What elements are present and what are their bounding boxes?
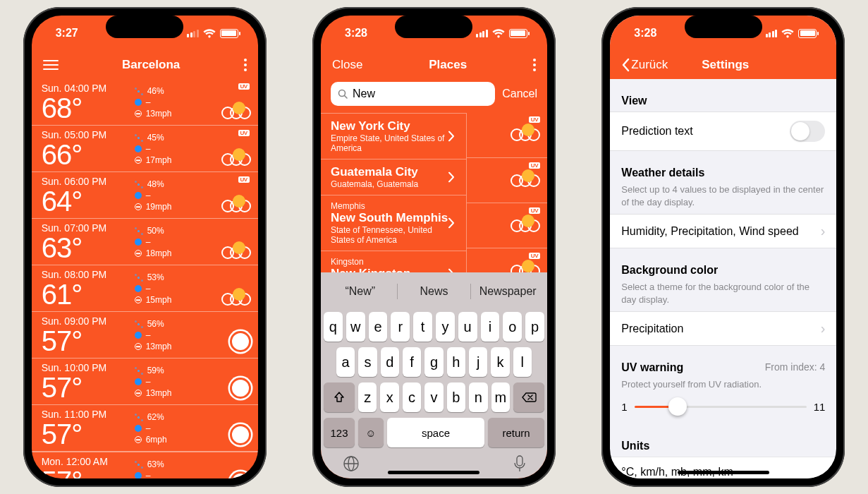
more-icon[interactable] xyxy=(533,59,536,71)
back-label: Zurück xyxy=(631,58,668,72)
key-y[interactable]: y xyxy=(436,312,455,342)
key-v[interactable]: v xyxy=(424,382,443,412)
humidity-icon xyxy=(135,274,143,282)
uv-badge: UV xyxy=(529,207,540,214)
key-t[interactable]: t xyxy=(413,312,432,342)
wind-icon xyxy=(135,250,142,257)
row-temp: 61° xyxy=(42,280,135,308)
menu-icon[interactable] xyxy=(43,57,59,73)
backspace-key[interactable] xyxy=(513,382,544,412)
key-g[interactable]: g xyxy=(424,347,443,377)
forecast-row[interactable]: Sun. 05:00 PM66°45%–17mphUV xyxy=(32,125,258,171)
result-row[interactable]: New York CityEmpire State, United States… xyxy=(321,113,466,159)
precip-icon xyxy=(135,192,142,199)
search-input[interactable]: New xyxy=(331,82,495,106)
svg-rect-5 xyxy=(517,456,522,466)
key-d[interactable]: d xyxy=(381,347,399,377)
key-w[interactable]: w xyxy=(346,312,365,342)
results-list: New York CityEmpire State, United States… xyxy=(321,113,466,272)
battery-icon xyxy=(798,29,817,38)
home-indicator xyxy=(678,471,769,474)
row-prediction-text[interactable]: Prediction text xyxy=(610,112,836,151)
toggle-switch[interactable] xyxy=(790,121,825,142)
suggestion[interactable]: “New” xyxy=(324,285,397,298)
suggestion[interactable]: Newspaper xyxy=(471,285,544,298)
row-bg-color[interactable]: Precipitation › xyxy=(610,311,836,346)
forecast-row[interactable]: Sun. 09:00 PM57°56%–13mph xyxy=(32,311,258,358)
forecast-list[interactable]: Sun. 04:00 PM68°46%–13mphUVSun. 05:00 PM… xyxy=(32,79,258,478)
wind-icon xyxy=(135,390,142,397)
numeric-key[interactable]: 123 xyxy=(324,418,355,447)
space-key[interactable]: space xyxy=(387,418,484,447)
result-row[interactable]: KingstonNew KingstonSt. Andrew, Jamaica xyxy=(321,251,466,272)
settings-body[interactable]: View Prediction text Weather details Sel… xyxy=(610,79,836,478)
forecast-row[interactable]: Sun. 10:00 PM57°59%–13mph xyxy=(32,358,258,404)
key-x[interactable]: x xyxy=(380,382,398,412)
key-p[interactable]: p xyxy=(525,312,544,342)
dynamic-island xyxy=(685,16,762,38)
key-i[interactable]: i xyxy=(481,312,500,342)
forecast-row[interactable]: Sun. 11:00 PM57°62%–6mph xyxy=(32,404,258,451)
result-row[interactable]: Guatemala CityGuatemala, Guatemala xyxy=(321,159,466,195)
forecast-row[interactable]: Sun. 08:00 PM61°53%–15mph xyxy=(32,265,258,311)
cancel-button[interactable]: Cancel xyxy=(502,88,537,100)
key-u[interactable]: u xyxy=(458,312,477,342)
key-h[interactable]: h xyxy=(447,347,465,377)
globe-icon[interactable] xyxy=(342,454,360,473)
forecast-row[interactable]: Mon. 12:00 AM57°63%–3mph xyxy=(32,451,258,478)
row-stats: 56%–13mph xyxy=(135,319,172,351)
chevron-right-icon xyxy=(448,172,455,183)
key-k[interactable]: k xyxy=(491,347,509,377)
uv-slider[interactable]: 1 11 xyxy=(610,397,836,424)
row-weather-details[interactable]: Humidity, Precipitation, Wind speed › xyxy=(610,214,836,248)
background-column: UVUVUVUVUV xyxy=(466,113,547,272)
forecast-row[interactable]: Sun. 07:00 PM63°50%–18mph xyxy=(32,218,258,265)
close-button[interactable]: Close xyxy=(332,58,362,72)
key-l[interactable]: l xyxy=(513,347,532,377)
key-s[interactable]: s xyxy=(358,347,377,377)
key-o[interactable]: o xyxy=(503,312,522,342)
precip-icon xyxy=(135,99,142,106)
slider-thumb[interactable] xyxy=(668,397,687,416)
shift-key[interactable] xyxy=(324,382,355,412)
uv-badge: UV xyxy=(238,176,250,183)
row-temp: 57° xyxy=(42,467,135,478)
suggestion[interactable]: News xyxy=(398,285,471,298)
key-q[interactable]: q xyxy=(324,312,343,342)
search-icon xyxy=(338,89,348,100)
key-r[interactable]: r xyxy=(391,312,410,342)
row-temp: 57° xyxy=(42,373,135,402)
section-weather-details: Weather details xyxy=(610,151,836,183)
return-key[interactable]: return xyxy=(488,418,544,447)
row-unit-metric[interactable]: °C, km/h, mb, mm, km xyxy=(610,457,836,478)
forecast-row[interactable]: Sun. 06:00 PM64°48%–19mphUV xyxy=(32,171,258,218)
mic-icon[interactable] xyxy=(513,454,526,473)
more-icon[interactable] xyxy=(244,59,247,71)
navbar: Zurück Settings xyxy=(610,51,836,79)
wind-icon xyxy=(135,436,142,443)
key-a[interactable]: a xyxy=(336,347,355,377)
wifi-icon xyxy=(492,29,505,38)
cloud-sun-icon xyxy=(221,153,251,166)
key-c[interactable]: c xyxy=(403,382,421,412)
page-title: Barcelona xyxy=(122,58,180,72)
wind-icon xyxy=(135,157,142,164)
uv-badge: UV xyxy=(529,162,540,169)
key-n[interactable]: n xyxy=(469,382,487,412)
key-f[interactable]: f xyxy=(403,347,421,377)
forecast-row[interactable]: Sun. 04:00 PM68°46%–13mphUV xyxy=(32,79,258,125)
phone-settings: 3:28 Zurück Settings View Prediction tex… xyxy=(601,7,845,487)
key-j[interactable]: j xyxy=(469,347,487,377)
section-view: View xyxy=(610,79,836,112)
key-b[interactable]: b xyxy=(447,382,465,412)
humidity-icon xyxy=(135,320,143,328)
uv-badge: UV xyxy=(529,253,540,259)
precip-icon xyxy=(135,425,142,432)
back-button[interactable]: Zurück xyxy=(621,58,668,72)
key-m[interactable]: m xyxy=(491,382,510,412)
key-e[interactable]: e xyxy=(369,312,388,342)
result-row[interactable]: MemphisNew South MemphisState of Tenness… xyxy=(321,195,466,251)
section-uv: UV warning From index: 4 xyxy=(610,346,836,378)
key-z[interactable]: z xyxy=(358,382,377,412)
emoji-key[interactable]: ☺ xyxy=(358,418,384,447)
